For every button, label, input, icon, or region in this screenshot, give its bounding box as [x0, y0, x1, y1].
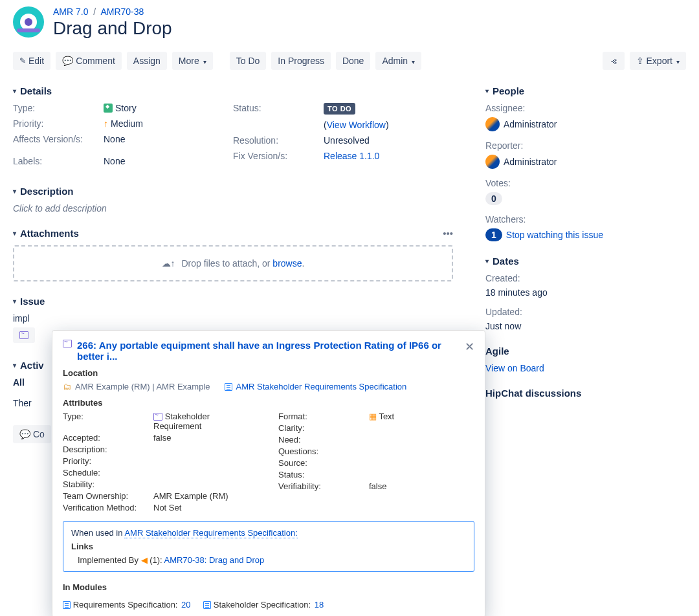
link-group: impl [13, 313, 453, 324]
resolution-label: Resolution: [233, 135, 324, 146]
fixversion-label: Fix Version/s: [233, 151, 324, 161]
requirement-icon [63, 340, 72, 347]
location-module-link[interactable]: AMR Stakeholder Requirements Specificati… [236, 382, 407, 391]
user-avatar-icon [485, 117, 500, 131]
collapse-icon: ▾ [13, 87, 16, 94]
priority-value: Medium [111, 118, 143, 129]
add-comment-button[interactable]: 💬Co [13, 425, 51, 443]
view-on-board-link[interactable]: View on Board [485, 363, 544, 373]
text-format-icon: ▦ [369, 412, 377, 421]
fixversion-value[interactable]: Release 1.1.0 [324, 151, 379, 161]
description-header[interactable]: ▾ Description [13, 186, 453, 197]
requirement-preview-popup: 266: Any portable equipment shall have a… [52, 330, 485, 464]
description-placeholder[interactable]: Click to add description [13, 203, 453, 214]
collapse-icon: ▾ [13, 298, 16, 305]
admin-button[interactable]: Admin [375, 52, 421, 70]
project-avatar [13, 6, 44, 38]
status-label: Status: [233, 103, 324, 115]
updated-label: Updated: [485, 307, 686, 317]
labels-label: Labels: [13, 156, 104, 166]
todo-button[interactable]: To Do [230, 52, 267, 70]
people-header[interactable]: ▾ People [485, 85, 686, 96]
comment-icon: 💬 [19, 429, 30, 439]
assignee-label: Assignee: [485, 103, 686, 113]
priority-label: Priority: [13, 118, 104, 129]
affects-value: None [104, 134, 233, 144]
collapse-icon: ▾ [485, 87, 489, 94]
assignee-value: Administrator [504, 119, 557, 129]
cloud-upload-icon: ☁︎↑ [162, 258, 175, 269]
dates-header[interactable]: ▾ Dates [485, 256, 686, 267]
collapse-icon: ▾ [13, 230, 16, 237]
affects-label: Affects Version/s: [13, 134, 104, 144]
folder-icon: 🗂 [63, 382, 71, 391]
location-path: AMR Example (RM) | AMR Example [75, 382, 210, 391]
watchers-count: 1 [485, 228, 502, 241]
comment-button[interactable]: 💬Comment [56, 52, 122, 70]
votes-label: Votes: [485, 178, 686, 188]
reporter-value: Administrator [504, 157, 557, 167]
document-icon [225, 383, 232, 391]
share-icon: ⪡ [609, 56, 618, 66]
view-workflow-link[interactable]: View Workflow [327, 120, 386, 130]
agile-header: Agile [485, 346, 686, 357]
activity-tab-all[interactable]: All [13, 377, 25, 388]
edit-button[interactable]: ✎Edit [13, 52, 50, 70]
collapse-icon: ▾ [13, 188, 16, 195]
more-button[interactable]: More [172, 52, 213, 70]
details-header[interactable]: ▾ Details [13, 85, 453, 96]
type-label: Type: [13, 103, 104, 113]
share-button[interactable]: ⪡ [603, 52, 625, 70]
location-title: Location [63, 368, 474, 378]
assign-button[interactable]: Assign [127, 52, 167, 70]
collapse-icon: ▾ [485, 258, 489, 265]
collapse-icon: ▾ [13, 362, 16, 369]
attachments-header[interactable]: ▾ Attachments ••• [13, 228, 453, 239]
watchers-label: Watchers: [485, 214, 686, 225]
requirement-icon [153, 413, 162, 421]
created-label: Created: [485, 273, 686, 283]
priority-icon: ↑ [104, 118, 108, 129]
reporter-label: Reporter: [485, 140, 686, 151]
updated-value: Just now [485, 321, 686, 331]
browse-link[interactable]: browse [272, 258, 302, 269]
issuelinks-header[interactable]: ▾ Issue [13, 296, 453, 307]
user-avatar-icon [485, 155, 500, 169]
close-icon[interactable]: ✕ [465, 340, 474, 354]
export-button[interactable]: ⇪Export [630, 52, 686, 70]
link-item-button[interactable] [13, 327, 35, 343]
story-icon [104, 104, 113, 113]
popup-title-link[interactable]: 266: Any portable equipment shall have a… [77, 340, 460, 362]
breadcrumb-issue[interactable]: AMR70-38 [100, 6, 144, 17]
export-icon: ⇪ [636, 56, 644, 66]
votes-count: 0 [485, 192, 502, 205]
pencil-icon: ✎ [19, 56, 26, 65]
requirement-icon [19, 331, 28, 339]
attributes-title: Attributes [63, 398, 474, 408]
done-button[interactable]: Done [336, 52, 370, 70]
comment-icon: 💬 [62, 56, 73, 66]
created-value: 18 minutes ago [485, 287, 686, 298]
attachments-menu[interactable]: ••• [443, 228, 453, 239]
stop-watching-link[interactable]: Stop watching this issue [506, 230, 603, 240]
resolution-value: Unresolved [324, 135, 453, 146]
breadcrumb-project[interactable]: AMR 7.0 [53, 6, 88, 17]
hipchat-header: HipChat discussions [485, 388, 686, 399]
labels-value: None [104, 156, 233, 166]
status-badge: TO DO [324, 103, 355, 115]
breadcrumb: AMR 7.0 / AMR70-38 [53, 6, 172, 17]
inprogress-button[interactable]: In Progress [271, 52, 331, 70]
issue-title: Drag and Drop [53, 18, 172, 39]
type-value: Story [115, 103, 137, 113]
attachment-dropzone[interactable]: ☁︎↑ Drop files to attach, or browse. [13, 245, 453, 281]
